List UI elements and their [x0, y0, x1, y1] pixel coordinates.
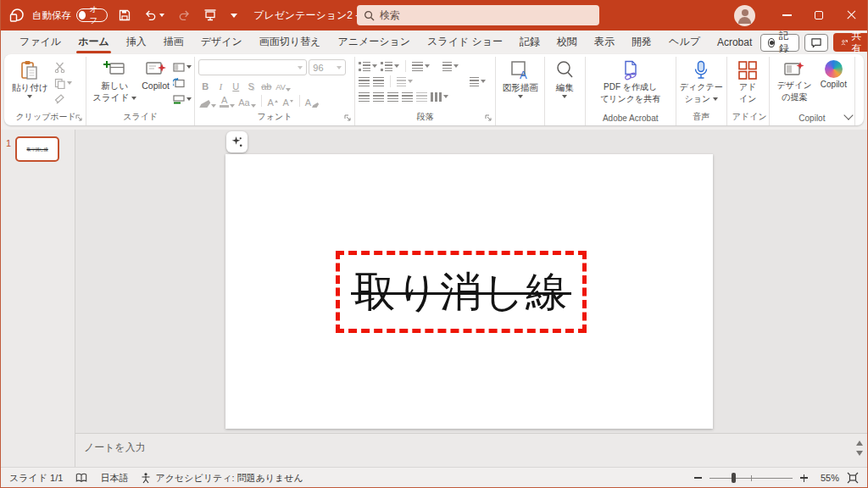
italic-button[interactable]: I: [214, 78, 227, 92]
bullets-button[interactable]: [359, 60, 377, 72]
undo-button[interactable]: [142, 4, 167, 26]
line-spacing-button[interactable]: [412, 60, 430, 72]
dictation-button[interactable]: ディクテー ション: [677, 58, 726, 104]
tab-record[interactable]: 記録: [511, 30, 548, 54]
tab-draw[interactable]: 描画: [155, 30, 192, 54]
highlight-button[interactable]: [198, 94, 217, 108]
smartart-convert-button[interactable]: [431, 91, 448, 103]
comments-button[interactable]: [804, 34, 828, 52]
account-avatar[interactable]: [734, 5, 755, 26]
align-text-button[interactable]: [470, 75, 486, 87]
search-box[interactable]: [357, 5, 599, 25]
increase-indent-button[interactable]: [373, 75, 384, 87]
notes-pane[interactable]: ノートを入力: [75, 433, 867, 467]
slide-strikethrough-text[interactable]: 取り消し線: [354, 271, 568, 313]
start-slideshow-button[interactable]: [201, 4, 220, 26]
editing-button[interactable]: 編集: [553, 58, 576, 98]
zoom-level[interactable]: 55%: [815, 473, 839, 483]
justify-button[interactable]: [402, 91, 413, 103]
align-left-button[interactable]: [359, 91, 370, 103]
shrink-font-button[interactable]: A: [281, 94, 295, 108]
slide-counter[interactable]: スライド 1/1: [9, 472, 63, 485]
accessibility-checker[interactable]: アクセシビリティ: 問題ありません: [141, 472, 303, 485]
strikethrough-button[interactable]: ab: [259, 78, 273, 92]
tab-animations[interactable]: アニメーション: [329, 30, 419, 54]
tab-developer[interactable]: 開発: [623, 30, 660, 54]
accessibility-icon: [141, 473, 151, 484]
tab-help[interactable]: ヘルプ: [660, 30, 709, 54]
drawing-group: A 図形描画: [496, 57, 545, 125]
copilot-slides-button[interactable]: Copilot: [139, 58, 172, 92]
quick-access-customize-button[interactable]: [227, 4, 241, 26]
font-color-button[interactable]: A: [219, 94, 236, 108]
zoom-out-button[interactable]: [694, 477, 702, 478]
close-button[interactable]: [835, 0, 867, 30]
maximize-button[interactable]: [803, 0, 835, 30]
zoom-slider-thumb[interactable]: [732, 473, 736, 483]
columns-button[interactable]: [397, 75, 413, 87]
paste-button[interactable]: 貼り付け: [9, 58, 51, 98]
search-input[interactable]: [380, 9, 575, 21]
font-size-combo[interactable]: 96: [309, 59, 346, 75]
previous-slide-icon[interactable]: [856, 441, 863, 446]
tab-transitions[interactable]: 画面切り替え: [251, 30, 330, 54]
slide-thumbnail[interactable]: 取り消し線: [15, 136, 59, 162]
slide-thumbnail-panel: 1 取り消し線: [1, 130, 75, 467]
language-indicator[interactable]: 日本語: [100, 472, 128, 485]
zoom-in-button[interactable]: [800, 474, 808, 482]
align-right-button[interactable]: [387, 91, 398, 103]
font-dialog-launcher[interactable]: [344, 114, 352, 122]
tab-slideshow[interactable]: スライド ショー: [419, 30, 511, 54]
change-case-button[interactable]: Aa: [237, 94, 256, 108]
design-ideas-button[interactable]: デザイン の提案: [775, 58, 815, 103]
tab-view[interactable]: 表示: [586, 30, 623, 54]
clipboard-dialog-launcher[interactable]: [75, 114, 83, 122]
chevron-down-icon: [231, 14, 237, 18]
format-painter-button[interactable]: [54, 92, 72, 106]
minimize-button[interactable]: [771, 0, 803, 30]
reset-slide-button[interactable]: [173, 76, 192, 90]
shape-drawing-button[interactable]: A 図形描画: [500, 58, 541, 98]
designer-suggestion-button[interactable]: [226, 131, 248, 152]
text-direction-button[interactable]: [442, 60, 459, 72]
paragraph-dialog-launcher[interactable]: [485, 114, 492, 122]
save-button[interactable]: [115, 4, 134, 26]
notes-toggle-button[interactable]: [75, 473, 87, 483]
grow-font-button[interactable]: A: [266, 94, 280, 108]
align-center-button[interactable]: [373, 91, 384, 103]
clear-formatting-button[interactable]: A: [304, 94, 320, 108]
copilot-button[interactable]: Copilot: [818, 58, 849, 90]
next-slide-icon[interactable]: [856, 451, 863, 456]
cut-button[interactable]: [54, 60, 72, 74]
bullets-icon: [359, 62, 370, 71]
new-slide-button[interactable]: 新しい スライド: [90, 58, 139, 103]
copy-button[interactable]: [54, 76, 72, 90]
share-button[interactable]: 共有: [833, 33, 868, 52]
autosave-control[interactable]: 自動保存 オフ: [32, 8, 108, 22]
character-spacing-button[interactable]: AV: [275, 78, 292, 92]
text-shadow-button[interactable]: S: [244, 78, 258, 92]
underline-button[interactable]: U: [229, 78, 242, 92]
fit-slide-button[interactable]: [847, 472, 859, 484]
zoom-slider[interactable]: [709, 478, 793, 479]
tab-home[interactable]: ホーム: [70, 30, 118, 54]
bold-button[interactable]: B: [198, 78, 212, 92]
decrease-indent-button[interactable]: [359, 75, 370, 87]
section-button[interactable]: [173, 92, 192, 106]
undo-dropdown-icon[interactable]: [159, 14, 164, 17]
slide-layout-button[interactable]: [173, 60, 192, 74]
distribute-button[interactable]: [416, 91, 427, 103]
font-name-combo[interactable]: [198, 59, 307, 75]
pdf-share-link-button[interactable]: PDF を作成し てリンクを共有: [598, 58, 663, 104]
slide[interactable]: 取り消し線: [225, 154, 713, 429]
autosave-toggle[interactable]: オフ: [76, 8, 108, 22]
tab-review[interactable]: 校閲: [548, 30, 586, 54]
tab-file[interactable]: ファイル: [11, 30, 70, 54]
addins-button[interactable]: アド イン: [735, 58, 760, 104]
case-dropdown-icon: [251, 104, 256, 108]
tab-acrobat[interactable]: Acrobat: [709, 32, 760, 53]
record-button[interactable]: 記録: [760, 34, 799, 52]
tab-design[interactable]: デザイン: [192, 30, 251, 54]
tab-insert[interactable]: 挿入: [118, 30, 155, 54]
numbering-button[interactable]: [381, 60, 399, 72]
